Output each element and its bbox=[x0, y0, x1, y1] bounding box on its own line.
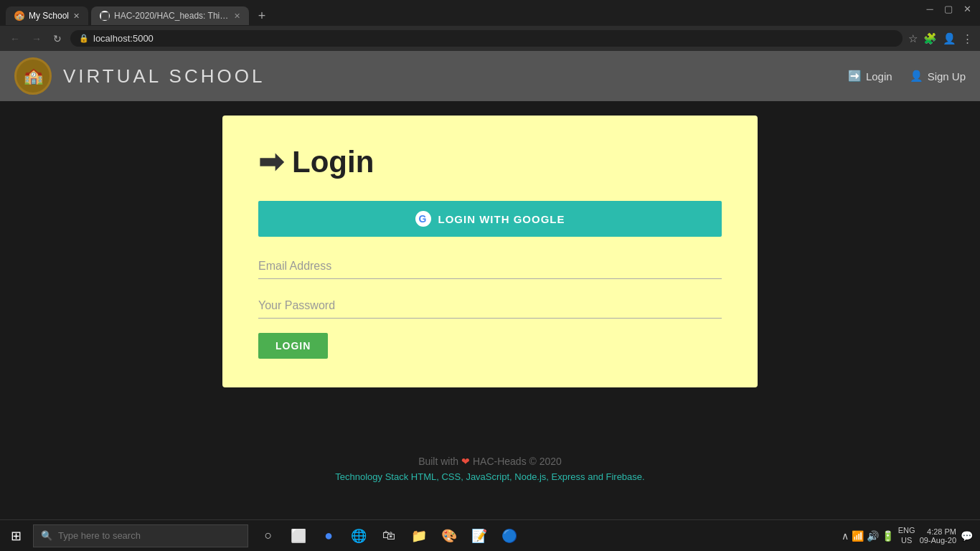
taskbar-search[interactable]: 🔍 bbox=[33, 524, 248, 547]
profile-icon[interactable]: 👤 bbox=[943, 32, 956, 45]
login-card: ➡ Login G LOGIN WITH GOOGLE LOGIN bbox=[222, 116, 758, 387]
email-input[interactable] bbox=[258, 254, 722, 279]
heart-icon: ❤ bbox=[461, 456, 473, 467]
address-text: localhost:5000 bbox=[93, 33, 154, 44]
window-close-button[interactable]: ✕ bbox=[961, 3, 973, 14]
forward-button[interactable]: → bbox=[29, 32, 44, 46]
main-content: ➡ Login G LOGIN WITH GOOGLE LOGIN Built … bbox=[0, 101, 980, 551]
logo-icon: 🏫 bbox=[24, 67, 43, 85]
browser-tab-myschool[interactable]: 🏫 My School ✕ bbox=[6, 6, 88, 25]
tab-favicon-github: ⬛ bbox=[100, 11, 110, 21]
footer-tech-stack: Technology Stack HTML, CSS, JavaScript, … bbox=[11, 471, 969, 482]
google-icon: G bbox=[415, 211, 431, 227]
new-tab-button[interactable]: + bbox=[252, 6, 272, 26]
extensions-icon[interactable]: 🧩 bbox=[923, 32, 937, 45]
address-bar[interactable]: 🔒 localhost:5000 bbox=[70, 30, 903, 47]
notification-icon[interactable]: 💬 bbox=[961, 530, 973, 542]
taskbar-tray: ∧ 📶 🔊 🔋 bbox=[842, 530, 894, 542]
google-login-button[interactable]: G LOGIN WITH GOOGLE bbox=[258, 201, 722, 237]
signup-nav-icon: 👤 bbox=[910, 70, 923, 83]
tab-close-myschool[interactable]: ✕ bbox=[73, 11, 80, 21]
login-button[interactable]: LOGIN bbox=[258, 333, 328, 359]
taskbar-app2-icon[interactable]: 📝 bbox=[465, 520, 494, 552]
taskbar-clock: 4:28 PM 09-Aug-20 bbox=[920, 527, 956, 545]
tab-title-github: HAC-2020/HAC_heads: This is th... bbox=[114, 11, 230, 21]
tray-battery-icon[interactable]: 🔋 bbox=[882, 530, 894, 542]
nav-signup-link[interactable]: 👤 Sign Up bbox=[910, 70, 966, 83]
taskbar-cortana-icon[interactable]: ○ bbox=[254, 520, 283, 552]
taskbar-right: ∧ 📶 🔊 🔋 ENG US 4:28 PM 09-Aug-20 💬 bbox=[842, 526, 980, 545]
taskbar-task-view-icon[interactable]: ⬜ bbox=[284, 520, 313, 552]
login-arrow-icon: ➡ bbox=[258, 144, 283, 179]
taskbar-search-icon: 🔍 bbox=[41, 530, 52, 541]
taskbar-app3-icon[interactable]: 🔵 bbox=[495, 520, 524, 552]
login-title: Login bbox=[292, 145, 374, 179]
window-minimize-button[interactable]: ─ bbox=[924, 3, 936, 14]
tray-volume-icon[interactable]: 🔊 bbox=[867, 530, 879, 542]
app-logo: 🏫 bbox=[14, 57, 52, 95]
taskbar-app1-icon[interactable]: 🎨 bbox=[435, 520, 463, 552]
email-field-wrapper bbox=[258, 254, 722, 279]
tray-arrow-icon[interactable]: ∧ bbox=[842, 530, 849, 542]
login-heading: ➡ Login bbox=[258, 144, 722, 179]
app-title: VIRTUAL SCHOOL bbox=[63, 65, 265, 88]
window-maximize-button[interactable]: ▢ bbox=[943, 3, 954, 14]
start-button[interactable]: ⊞ bbox=[0, 520, 32, 552]
login-nav-icon: ➡️ bbox=[848, 70, 862, 83]
app-navbar: 🏫 VIRTUAL SCHOOL ➡️ Login 👤 Sign Up bbox=[0, 51, 980, 101]
footer-built-with: Built with ❤ HAC-Heads © 2020 bbox=[11, 456, 969, 467]
footer: Built with ❤ HAC-Heads © 2020 Technology… bbox=[0, 444, 980, 494]
taskbar-files-icon[interactable]: 📁 bbox=[405, 520, 433, 552]
menu-icon[interactable]: ⋮ bbox=[962, 32, 973, 45]
taskbar: ⊞ 🔍 ○ ⬜ ● 🌐 🛍 📁 🎨 📝 🔵 ∧ 📶 🔊 🔋 ENG US 4:2… bbox=[0, 519, 980, 551]
taskbar-store-icon[interactable]: 🛍 bbox=[374, 520, 403, 552]
back-button[interactable]: ← bbox=[7, 32, 23, 46]
taskbar-chrome-icon[interactable]: ● bbox=[314, 520, 343, 552]
login-btn-label: LOGIN bbox=[275, 340, 311, 352]
tab-close-github[interactable]: ✕ bbox=[234, 11, 240, 21]
bookmark-icon[interactable]: ☆ bbox=[908, 32, 918, 45]
password-field-wrapper bbox=[258, 293, 722, 319]
google-btn-label: LOGIN WITH GOOGLE bbox=[438, 213, 565, 225]
nav-login-link[interactable]: ➡️ Login bbox=[848, 70, 892, 83]
reload-button[interactable]: ↻ bbox=[50, 32, 65, 46]
taskbar-search-input[interactable] bbox=[58, 530, 240, 541]
lock-icon: 🔒 bbox=[79, 34, 89, 43]
tab-favicon-myschool: 🏫 bbox=[14, 11, 24, 21]
password-input[interactable] bbox=[258, 293, 722, 319]
browser-tab-github[interactable]: ⬛ HAC-2020/HAC_heads: This is th... ✕ bbox=[91, 6, 249, 25]
tray-wifi-icon[interactable]: 📶 bbox=[852, 530, 864, 542]
taskbar-center-icons: ○ ⬜ ● 🌐 🛍 📁 🎨 📝 🔵 bbox=[254, 520, 524, 552]
tab-title-myschool: My School bbox=[29, 11, 69, 21]
locale-info: ENG US bbox=[898, 526, 915, 545]
taskbar-edge-icon[interactable]: 🌐 bbox=[344, 520, 373, 552]
